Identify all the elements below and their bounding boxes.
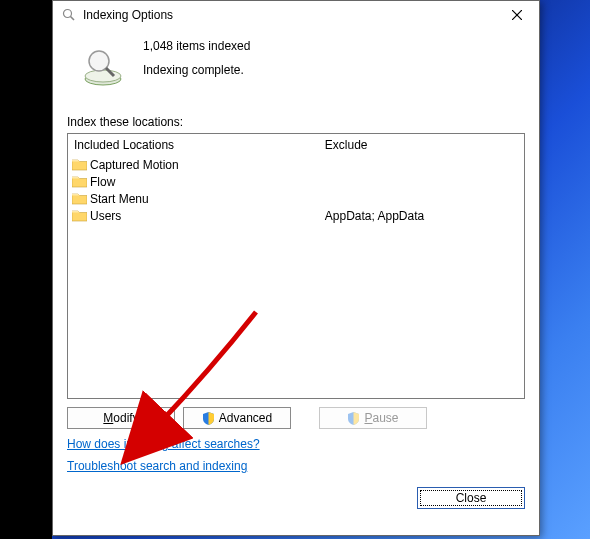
close-button[interactable]: Close [417,487,525,509]
troubleshoot-link[interactable]: Troubleshoot search and indexing [67,459,247,473]
location-name: Captured Motion [90,158,179,172]
items-indexed-text: 1,048 items indexed [143,39,250,53]
exclude-cell [323,190,520,207]
location-row[interactable]: Captured Motion [72,156,315,173]
index-locations-label: Index these locations: [67,115,525,129]
exclude-cell: AppData; AppData [323,207,520,224]
advanced-button[interactable]: Advanced [183,407,291,429]
indexing-state-text: Indexing complete. [143,63,250,77]
svg-point-0 [64,10,72,18]
modify-button[interactable]: Modify [67,407,175,429]
window-title: Indexing Options [83,8,495,22]
title-bar: Indexing Options [53,1,539,29]
indexing-drive-icon [81,43,125,90]
location-name: Users [90,209,121,223]
location-row[interactable]: Users [72,207,315,224]
button-row: Modify Advanced [67,407,525,429]
exclude-cell [323,156,520,173]
folder-icon [72,175,87,188]
indexing-options-dialog: Indexing Options [52,0,540,536]
how-indexing-link[interactable]: How does indexing affect searches? [67,437,260,451]
close-icon [512,10,522,20]
shield-icon [347,412,360,425]
advanced-label: Advanced [219,411,272,425]
locations-list[interactable]: Included Locations Captured MotionFlowSt… [67,133,525,399]
dialog-body: 1,048 items indexed Indexing complete. I… [53,29,539,519]
column-header-exclude[interactable]: Exclude [323,136,520,156]
magnifier-icon [61,7,77,23]
folder-icon [72,192,87,205]
status-area: 1,048 items indexed Indexing complete. [67,35,525,99]
column-header-included[interactable]: Included Locations [72,136,315,156]
location-name: Start Menu [90,192,149,206]
folder-icon [72,158,87,171]
folder-icon [72,209,87,222]
shield-icon [202,412,215,425]
left-black-strip [0,0,52,539]
modify-mnemonic: M [103,411,113,425]
window-close-button[interactable] [495,1,539,29]
location-row[interactable]: Start Menu [72,190,315,207]
location-row[interactable]: Flow [72,173,315,190]
desktop-background: Indexing Options [0,0,590,539]
location-name: Flow [90,175,115,189]
exclude-cell [323,173,520,190]
svg-point-5 [85,70,121,82]
svg-line-1 [71,17,75,21]
pause-button: Pause [319,407,427,429]
